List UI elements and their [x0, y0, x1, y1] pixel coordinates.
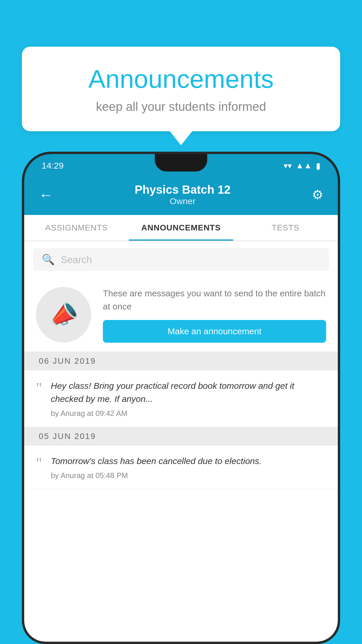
settings-icon[interactable]: ⚙	[312, 187, 323, 202]
bubble-title: Announcements	[45, 64, 317, 94]
search-bar[interactable]: 🔍 Search	[33, 248, 329, 271]
quote-icon-2: "	[36, 454, 42, 471]
announcement-item-1-content: Hey class! Bring your practical record b…	[51, 379, 326, 418]
search-icon: 🔍	[42, 253, 55, 266]
announcement-item-2-content: Tomorrow's class has been cancelled due …	[51, 454, 326, 480]
header-subtitle: Owner	[135, 196, 231, 206]
header-title-block: Physics Batch 12 Owner	[135, 183, 231, 206]
tab-tests[interactable]: TESTS	[233, 215, 338, 241]
speech-bubble-container: Announcements keep all your students inf…	[22, 47, 340, 131]
phone-content: 🔍 Search 📣 These are messages you want t…	[24, 241, 338, 642]
phone-screen: 14:29 ▾▾ ▲▲ ▮ ← Physics Batch 12 Owner ⚙	[24, 154, 338, 642]
phone-mockup: 14:29 ▾▾ ▲▲ ▮ ← Physics Batch 12 Owner ⚙	[22, 152, 340, 644]
back-button[interactable]: ←	[39, 186, 53, 203]
announcement-item-1: " Hey class! Bring your practical record…	[24, 370, 338, 427]
wifi-icon: ▾▾	[284, 161, 292, 171]
search-placeholder: Search	[61, 254, 92, 265]
bubble-subtitle: keep all your students informed	[45, 100, 317, 114]
status-time: 14:29	[42, 161, 64, 171]
announcement-item-1-meta: by Anurag at 09:42 AM	[51, 409, 326, 418]
announcement-item-2-text: Tomorrow's class has been cancelled due …	[51, 454, 326, 468]
announcement-item-2-meta: by Anurag at 05:48 PM	[51, 471, 326, 480]
tab-announcements[interactable]: ANNOUNCEMENTS	[129, 215, 233, 241]
quote-icon-1: "	[36, 379, 42, 396]
speech-bubble: Announcements keep all your students inf…	[22, 47, 340, 131]
battery-icon: ▮	[316, 161, 320, 171]
phone-notch	[155, 154, 207, 172]
app-header: ← Physics Batch 12 Owner ⚙	[24, 177, 338, 215]
header-title: Physics Batch 12	[135, 183, 231, 196]
announcement-item-2: " Tomorrow's class has been cancelled du…	[24, 446, 338, 489]
date-separator-1: 06 JUN 2019	[24, 352, 338, 370]
tab-assignments[interactable]: ASSIGNMENTS	[24, 215, 129, 241]
megaphone-icon: 📣	[46, 298, 81, 332]
announcement-item-1-text: Hey class! Bring your practical record b…	[51, 379, 326, 405]
signal-icon: ▲▲	[296, 161, 312, 170]
date-separator-2: 05 JUN 2019	[24, 427, 338, 446]
announcement-prompt-content: These are messages you want to send to t…	[103, 287, 326, 343]
tabs-container: ASSIGNMENTS ANNOUNCEMENTS TESTS	[24, 215, 338, 241]
make-announcement-button[interactable]: Make an announcement	[103, 320, 326, 343]
announcement-icon-circle: 📣	[36, 287, 91, 342]
phone-container: 14:29 ▾▾ ▲▲ ▮ ← Physics Batch 12 Owner ⚙	[22, 152, 340, 644]
status-icons: ▾▾ ▲▲ ▮	[284, 161, 320, 171]
announcement-prompt: 📣 These are messages you want to send to…	[24, 278, 338, 352]
status-bar: 14:29 ▾▾ ▲▲ ▮	[24, 154, 338, 177]
announcement-prompt-description: These are messages you want to send to t…	[103, 287, 326, 313]
